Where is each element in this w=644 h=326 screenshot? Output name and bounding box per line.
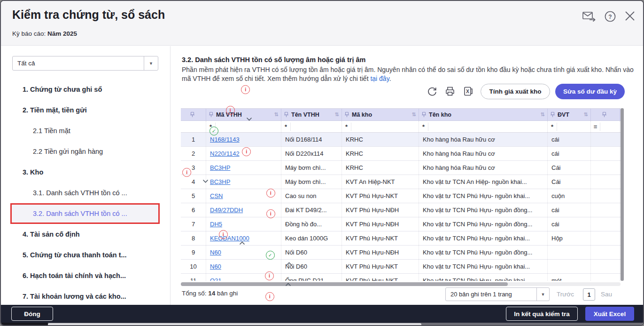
sort-icon[interactable]: ⇅ [584, 111, 588, 118]
sidebar-item-2[interactable]: 2. Tiền mặt, tiền gửii [1, 100, 170, 120]
column-header-ma-kho[interactable]: Mã kho⇅ [342, 109, 419, 120]
chevron-up-icon[interactable] [286, 262, 292, 266]
table-row[interactable]: 11O21Ống PVC D21KVT Phú Hựu-NKTKho vật t… [181, 274, 621, 281]
vthh-code-link[interactable]: N60 [210, 263, 221, 270]
vthh-code-link[interactable]: KEODAN1000 [210, 235, 249, 242]
help-link[interactable]: tại đây [370, 75, 389, 82]
pin-column-icon[interactable] [421, 111, 427, 118]
chevron-down-icon[interactable]: ▼ [144, 56, 158, 70]
chevron-up-icon[interactable] [285, 283, 291, 286]
table-vertical-scrollbar[interactable] [621, 108, 624, 281]
sidebar-item-label: 3. Kho [23, 168, 43, 176]
next-page-button[interactable]: Sau [601, 291, 612, 298]
cell-ten-vthh: Ống PVC D21 [281, 274, 342, 281]
table-row[interactable]: 6D49/27DDHĐai KT D49/2...KVT Phú Hựu-NĐH… [181, 203, 621, 217]
fix-opening-balance-button[interactable]: Sửa số dư đầu kỳ [555, 84, 625, 99]
table-row[interactable]: 10N60Nối D60KVT Phú Hựu-NKTKho vật tư TC… [181, 260, 621, 274]
report-period-value: Năm 2025 [47, 30, 77, 37]
filter-operator[interactable]: * [548, 123, 557, 131]
vthh-code-link[interactable]: D49/27DDH [210, 207, 243, 214]
table-row[interactable]: 7DH5Đồng hồ đo...KVT Phú Hựu-NĐHKho vật … [181, 217, 621, 231]
chevron-down-icon[interactable] [246, 117, 252, 121]
sidebar-item-3[interactable]: 2.1 Tiền mặt✓ [1, 120, 170, 141]
table-row[interactable]: 5CSNCao su nonKVT Phú Hựu-NKTKho vật tư … [181, 189, 621, 203]
filter-cell-dvt[interactable]: * [548, 121, 591, 132]
print-result-button[interactable]: In kết quả kiểm tra [506, 307, 578, 321]
pin-column-icon[interactable] [209, 111, 214, 118]
close-icon[interactable] [624, 10, 636, 22]
export-excel-icon[interactable]: X [463, 86, 473, 96]
chevron-down-icon[interactable] [202, 179, 209, 183]
sidebar-item-4[interactable]: 2.2 Tiền gửi ngân hàngi [1, 141, 170, 162]
pin-column-icon[interactable] [190, 111, 195, 118]
compute-price-button[interactable]: Tính giá xuất kho [481, 84, 550, 99]
pin-column-icon[interactable] [344, 111, 349, 118]
print-icon[interactable] [445, 86, 455, 96]
column-header-ten-kho[interactable]: Tên kho⇅ [419, 109, 548, 120]
vthh-code-link[interactable]: DH5 [210, 221, 222, 228]
sidebar-item-5[interactable]: 3. Khoi [1, 162, 170, 183]
current-page-number[interactable]: 1 [583, 288, 595, 301]
category-filter-select[interactable]: Tất cả ▼ [12, 56, 158, 71]
vthh-code-link[interactable]: N220/1142 [210, 150, 240, 157]
pin-column-icon[interactable] [284, 111, 289, 118]
sidebar-item-6[interactable]: 3.1. Danh sách VTHH tồn có ...i [1, 183, 170, 203]
pin-column-icon[interactable] [602, 111, 607, 118]
table-row[interactable]: 1N168/1143Nối D168/114KRHCKho hàng hóa R… [181, 133, 621, 147]
filter-operator[interactable]: * [281, 123, 291, 131]
table-row[interactable]: 3BC3HPMáy bơm chì...KRHCKho hàng hóa Rau… [181, 161, 621, 175]
column-header-ten-vthh[interactable]: Tên VTHH⇅ [281, 109, 342, 120]
chevron-up-icon[interactable] [239, 241, 245, 245]
prev-page-button[interactable]: Trước [557, 291, 574, 298]
filter-cell-extra[interactable]: = [591, 121, 620, 132]
column-header-dvt[interactable]: ĐVT⇅ [548, 109, 591, 120]
sidebar-item-7[interactable]: 3.2. Danh sách VTHH tồn có ...i [1, 203, 170, 224]
vthh-code-link[interactable]: N60 [210, 249, 221, 256]
filter-cell-ten-vthh[interactable]: * [281, 121, 342, 132]
filter-cell-row-number[interactable] [181, 121, 206, 132]
table-row[interactable]: 9N60Nối D60KVT Phú Hựu-NĐHKho vật tư TCN… [181, 246, 621, 260]
filter-operator[interactable]: * [342, 123, 351, 131]
page-size-select[interactable]: 20 bản ghi trên 1 trang ▼ [445, 287, 550, 301]
export-excel-button[interactable]: Xuất Excel [585, 307, 634, 321]
filter-cell-ten-kho[interactable]: * [419, 121, 548, 132]
vthh-code-link[interactable]: O21 [210, 277, 222, 281]
table-row[interactable]: 8KEODAN1000Keo dán 1000GKVT Phú Hựu-NKTK… [181, 231, 621, 246]
cell-ma-kho: KRHC [342, 161, 419, 175]
vthh-code-link[interactable]: CSN [210, 192, 223, 199]
sidebar-item-1[interactable]: 1. Chứng từ chưa ghi sổi [1, 79, 170, 100]
cell-ma-kho: KVT Phú Hựu-NKT [342, 260, 419, 273]
vthh-code-link[interactable]: N168/1143 [210, 136, 240, 143]
column-header-row-number[interactable] [181, 109, 206, 120]
filter-operator[interactable]: * [419, 123, 428, 131]
refresh-icon[interactable] [427, 86, 437, 96]
scrollbar-thumb[interactable] [48, 323, 421, 326]
vthh-code-link[interactable]: BC3HP [210, 178, 230, 185]
filter-operator[interactable]: = [591, 123, 600, 131]
help-icon[interactable]: ? [604, 10, 616, 23]
column-header-label: Tên kho [429, 111, 539, 118]
sort-icon[interactable]: ⇅ [335, 111, 339, 118]
column-header-ma-vthh[interactable]: Mã VTHH⇅ [206, 109, 281, 120]
sort-icon[interactable]: ⇅ [541, 111, 545, 118]
sidebar-item-10[interactable]: 6. Hạch toán tài chính và hạch...i [1, 265, 170, 286]
sort-icon[interactable]: ⇅ [412, 111, 416, 118]
send-feedback-icon[interactable] [582, 10, 596, 23]
filter-cell-ma-kho[interactable]: * [342, 121, 419, 132]
pin-column-icon[interactable] [550, 111, 555, 118]
cell-text: Kho hàng hóa Rau hữu cơ [423, 164, 495, 171]
table-row[interactable]: 4BC3HPMáy bơm chì...KVT An Hiệp-NKTKho v… [181, 175, 621, 189]
sort-icon[interactable]: ⇅ [274, 111, 279, 118]
vthh-code-link[interactable]: BC3HP [210, 164, 230, 171]
close-button[interactable]: Đóng [11, 307, 53, 321]
sidebar-item-8[interactable]: 4. Tài sản cố địnhi [1, 224, 170, 245]
sidebar-item-11[interactable]: 7. Tài khoản lương và các kho...i [1, 286, 170, 307]
chevron-down-icon[interactable]: ▼ [536, 288, 549, 301]
cell-extra [591, 217, 620, 231]
cell-text: cái [551, 207, 559, 214]
table-horizontal-scrollbar[interactable] [181, 282, 621, 286]
cell-text: Keo dán 1000G [285, 235, 328, 242]
cell-dvt: Hộp [548, 231, 591, 245]
column-header-extra[interactable] [591, 109, 620, 120]
sidebar-item-9[interactable]: 5. Chứng từ chưa thanh toán t...✓ [1, 245, 170, 265]
